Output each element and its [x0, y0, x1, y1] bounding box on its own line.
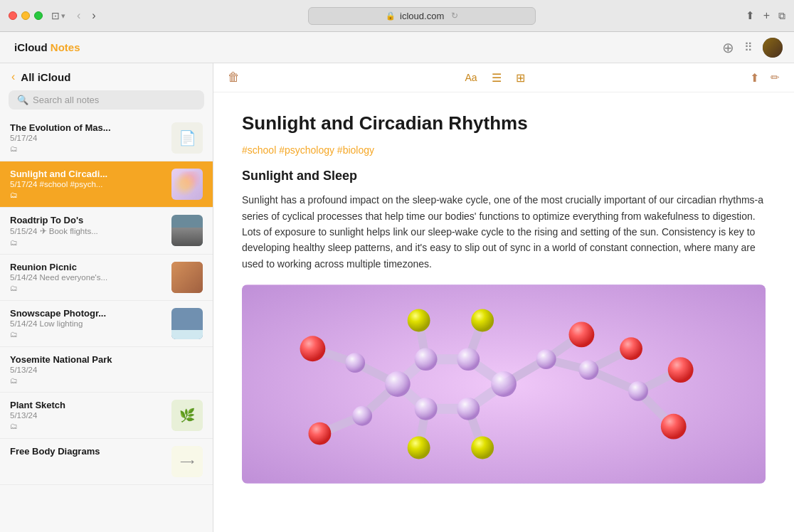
note-body-text: Sunlight has a profound impact on the sl… — [242, 192, 766, 272]
sidebar-title: All iCloud — [21, 71, 70, 83]
note-folder: 🗂 — [10, 144, 166, 153]
note-thumbnail — [171, 262, 203, 293]
browser-chrome: ⊡ ▾ ‹ › 🔒 icloud.com ↻ ⬆ + ⧉ — [0, 0, 794, 32]
svg-point-32 — [352, 406, 372, 426]
note-item-content: Plant Sketch 5/13/24 🗂 — [10, 400, 166, 430]
svg-point-31 — [345, 353, 365, 373]
toolbar-center: Aa ☰ ⊞ — [251, 71, 739, 85]
svg-point-41 — [471, 309, 494, 332]
notes-label: Notes — [51, 41, 80, 53]
svg-point-38 — [308, 422, 331, 445]
note-folder: 🗂 — [10, 191, 166, 199]
note-item-plantsketch[interactable]: Plant Sketch 5/13/24 🗂 🌿 — [0, 393, 213, 439]
address-input[interactable]: 🔒 icloud.com ↻ — [308, 7, 536, 25]
svg-point-22 — [491, 371, 517, 397]
edit-icon[interactable]: ✏ — [771, 71, 780, 84]
svg-point-33 — [569, 322, 595, 348]
note-item-sunlight[interactable]: Sunlight and Circadi... 5/17/24 #school … — [0, 161, 213, 208]
note-thumbnail: ⟶ — [171, 446, 203, 477]
svg-point-24 — [457, 398, 480, 420]
app-header: iCloud Notes ⊕ ⠿ — [0, 32, 794, 63]
add-note-icon[interactable]: ⊕ — [722, 39, 734, 56]
fullscreen-button[interactable] — [34, 11, 43, 20]
sidebar-toggle[interactable]: ⊡ ▾ — [51, 10, 65, 21]
thumb-image: 🌿 — [171, 400, 203, 431]
note-item-roadtrip[interactable]: Roadtrip To Do's 5/15/24 ✈ Book flights.… — [0, 208, 213, 255]
search-bar[interactable]: 🔍 Search all notes — [9, 90, 204, 110]
svg-point-42 — [471, 437, 494, 459]
note-content-area: 🗑 Aa ☰ ⊞ ⬆ ✏ Sunlight and Circadian Rhyt… — [213, 63, 794, 532]
minimize-button[interactable] — [21, 11, 30, 20]
main-layout: ‹ All iCloud 🔍 Search all notes The Evol… — [0, 63, 794, 532]
note-thumbnail — [171, 308, 203, 339]
new-tab-icon[interactable]: + — [763, 9, 770, 22]
search-icon: 🔍 — [17, 95, 28, 105]
note-item-evolution[interactable]: The Evolution of Mas... 5/17/24 🗂 📄 — [0, 115, 213, 161]
search-placeholder: Search all notes — [33, 95, 99, 105]
thumb-image — [171, 215, 203, 246]
note-title: Sunlight and Circadi... — [10, 169, 166, 179]
svg-point-34 — [620, 337, 642, 360]
note-item-content: Free Body Diagrams — [10, 446, 166, 457]
note-meta: 5/17/24 — [10, 134, 166, 142]
nav-forward-button[interactable]: › — [89, 8, 98, 23]
note-title: The Evolution of Mas... — [10, 122, 166, 133]
svg-point-40 — [408, 437, 430, 459]
address-bar-container: 🔒 icloud.com ↻ — [105, 7, 740, 25]
note-thumbnail: 📄 — [171, 122, 203, 154]
table-icon[interactable]: ⊞ — [516, 71, 525, 85]
thumb-image — [171, 308, 203, 339]
note-item-snowscape[interactable]: Snowscape Photogr... 5/14/24 Low lightin… — [0, 301, 213, 347]
thumb-image — [171, 169, 203, 200]
molecule-svg — [242, 284, 766, 484]
svg-point-30 — [628, 381, 648, 401]
share-icon[interactable]: ⬆ — [746, 9, 755, 22]
note-folder: 🗂 — [10, 330, 166, 339]
note-title: Plant Sketch — [10, 400, 166, 410]
note-folder: 🗂 — [10, 376, 203, 385]
note-meta: 5/13/24 — [10, 411, 166, 420]
avatar[interactable] — [763, 38, 783, 58]
svg-point-23 — [457, 348, 480, 371]
reload-icon[interactable]: ↻ — [451, 11, 458, 21]
grid-icon[interactable]: ⠿ — [744, 41, 753, 54]
note-item-yosemite[interactable]: Yosemite National Park 5/13/24 🗂 — [0, 347, 213, 393]
note-tags: #school #psychology #biology — [242, 144, 766, 156]
nav-back-button[interactable]: ‹ — [74, 8, 83, 23]
note-thumbnail: 🌿 — [171, 400, 203, 431]
share-icon[interactable]: ⬆ — [750, 71, 759, 85]
delete-icon[interactable]: 🗑 — [228, 70, 240, 85]
note-meta: 5/13/24 — [10, 366, 203, 374]
svg-point-26 — [415, 398, 438, 420]
note-item-reunion[interactable]: Reunion Picnic 5/14/24 Need everyone's..… — [0, 255, 213, 301]
note-title-heading: Sunlight and Circadian Rhythms — [242, 112, 766, 134]
notes-list: The Evolution of Mas... 5/17/24 🗂 📄 Sunl… — [0, 115, 213, 532]
note-section-heading: Sunlight and Sleep — [242, 169, 766, 183]
browser-nav: ‹ › — [74, 8, 99, 23]
sidebar-back-button[interactable]: ‹ — [11, 70, 15, 83]
svg-point-36 — [661, 414, 687, 440]
note-title: Reunion Picnic — [10, 262, 166, 272]
note-thumbnail — [171, 215, 203, 246]
format-text-icon[interactable]: Aa — [465, 72, 477, 83]
icloud-label: iCloud — [14, 41, 48, 53]
close-button[interactable] — [9, 11, 17, 20]
note-meta: 5/17/24 #school #psych... — [10, 180, 166, 188]
tabs-icon[interactable]: ⧉ — [778, 10, 785, 22]
note-image — [242, 284, 766, 484]
sidebar: ‹ All iCloud 🔍 Search all notes The Evol… — [0, 63, 213, 532]
svg-point-27 — [385, 371, 411, 397]
note-title: Snowscape Photogr... — [10, 308, 166, 319]
note-item-content: Yosemite National Park 5/13/24 🗂 — [10, 354, 203, 385]
thumb-image — [171, 262, 203, 293]
note-item-freebody[interactable]: Free Body Diagrams ⟶ — [0, 439, 213, 485]
svg-point-35 — [668, 357, 694, 383]
svg-point-28 — [536, 349, 556, 369]
note-meta: 5/15/24 ✈ Book flights... — [10, 226, 166, 236]
toolbar-right: ⬆ ✏ — [750, 71, 780, 85]
note-folder: 🗂 — [10, 284, 166, 292]
lock-icon: 🔒 — [386, 11, 396, 21]
note-meta: 5/14/24 Low lighting — [10, 319, 166, 328]
thumb-image: 📄 — [171, 122, 203, 154]
checklist-icon[interactable]: ☰ — [492, 71, 502, 85]
